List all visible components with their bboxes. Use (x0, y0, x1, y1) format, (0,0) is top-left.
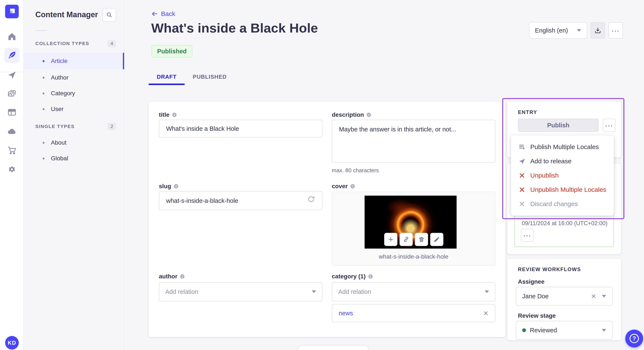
globe-icon (180, 274, 185, 279)
bullet-icon (42, 60, 44, 62)
home-icon (7, 32, 16, 41)
slug-regenerate-button[interactable] (307, 195, 315, 204)
chevron-down-icon (602, 329, 606, 332)
copy-link-button[interactable] (400, 233, 413, 246)
cart-icon (7, 146, 16, 155)
assignee-select[interactable]: Jane Doe ✕ (516, 287, 612, 306)
category-field-label: category (1) (332, 273, 373, 280)
title-input[interactable] (159, 120, 322, 138)
nav-content-manager[interactable] (4, 48, 20, 63)
description-textarea[interactable]: Maybe the answer is in this article, or … (332, 120, 495, 163)
images-icon (7, 89, 16, 98)
user-avatar[interactable]: KD (5, 336, 19, 350)
ellipsis-icon: ... (605, 120, 613, 130)
collection-types-count: 4 (108, 40, 116, 47)
nav-marketplace[interactable] (4, 143, 20, 158)
sidebar-item-category[interactable]: Category (24, 85, 124, 102)
chevron-down-icon (602, 295, 606, 298)
sidebar-item-global[interactable]: Global (24, 150, 124, 167)
collection-types-label: COLLECTION TYPES (35, 41, 89, 46)
nav-settings[interactable] (4, 162, 20, 177)
publish-row: Publish ... (518, 119, 616, 132)
sidebar-item-user[interactable]: User (24, 101, 124, 117)
menu-item-discard-changes[interactable]: Discard changes (511, 197, 614, 211)
sidebar-item-label: Author (51, 74, 68, 81)
assignee-select-controls: ✕ (591, 293, 606, 300)
version-tabs: DRAFT PUBLISHED (149, 70, 235, 83)
nav-content-type-builder[interactable] (4, 105, 20, 120)
sidebar-item-about[interactable]: About (24, 134, 124, 151)
menu-item-label: Discard changes (530, 200, 578, 207)
remove-relation-icon[interactable]: ✕ (483, 310, 488, 317)
assignee-label: Assignee (518, 278, 544, 285)
layout-icon (7, 108, 16, 117)
scheduled-info-box: 09/11/2024 at 16:00 (UTC+02:00) ... (514, 210, 614, 247)
export-button[interactable] (590, 22, 605, 38)
category-relation-select[interactable]: Add relation (332, 282, 495, 301)
floating-toolbar-pill[interactable] (298, 346, 368, 350)
add-asset-button[interactable] (384, 233, 398, 246)
delete-asset-button[interactable] (415, 233, 428, 246)
icon-rail: KD (0, 0, 24, 350)
locale-select[interactable]: English (en) (529, 22, 587, 39)
app-screen: KD Content Manager COLLECTION TYPES 4 Ar… (0, 0, 644, 350)
author-field-label: author (159, 273, 185, 280)
relation-link-news[interactable]: news (338, 310, 353, 317)
title-label-text: title (159, 111, 170, 118)
link-icon (403, 236, 409, 243)
subnav-divider (35, 30, 46, 31)
back-link[interactable]: Back (152, 10, 175, 17)
cover-label-text: cover (332, 183, 348, 190)
sidebar-item-label: Article (51, 58, 68, 64)
entry-more-button[interactable]: ... (603, 119, 616, 132)
menu-item-add-to-release[interactable]: Add to release (511, 154, 614, 168)
help-button[interactable]: ? (625, 330, 643, 348)
review-stage-select[interactable]: Reviewed (516, 321, 612, 340)
bullet-icon (42, 77, 44, 79)
cross-icon (518, 200, 526, 207)
gear-icon (7, 165, 16, 174)
author-label-text: author (159, 273, 178, 280)
nav-deploy[interactable] (4, 124, 20, 139)
header-more-button[interactable]: ... (608, 22, 623, 38)
search-button[interactable] (102, 8, 116, 22)
slug-field-label: slug (159, 183, 179, 190)
active-tab-underline (149, 84, 185, 85)
author-relation-select[interactable]: Add relation (159, 282, 322, 301)
menu-item-unpublish[interactable]: Unpublish (511, 168, 614, 182)
single-types-count: 2 (108, 123, 116, 130)
strapi-logo-icon (8, 7, 16, 16)
tab-draft[interactable]: DRAFT (149, 70, 185, 83)
collection-types-header: COLLECTION TYPES 4 (35, 40, 116, 47)
tab-published[interactable]: PUBLISHED (185, 70, 235, 83)
subnav: Content Manager COLLECTION TYPES 4 Artic… (24, 0, 124, 350)
category-relation-item: news ✕ (332, 304, 495, 322)
clear-assignee-icon[interactable]: ✕ (591, 293, 596, 300)
list-plus-icon (518, 143, 526, 151)
scheduled-more-button[interactable]: ... (521, 229, 534, 242)
edit-asset-button[interactable] (430, 233, 444, 246)
trash-icon (418, 236, 425, 243)
nav-releases[interactable] (4, 67, 20, 82)
publish-button[interactable]: Publish (518, 119, 599, 132)
paper-plane-icon (518, 158, 526, 165)
menu-item-publish-multiple-locales[interactable]: Publish Multiple Locales (511, 140, 614, 154)
author-placeholder: Add relation (165, 288, 198, 295)
description-field-label: description (332, 111, 372, 118)
strapi-logo[interactable] (5, 5, 19, 18)
nav-media-library[interactable] (4, 86, 20, 101)
page-title: What's inside a Black Hole (151, 20, 318, 35)
cloud-icon (7, 127, 16, 136)
ellipsis-icon: ... (612, 25, 620, 35)
single-types-label: SINGLE TYPES (35, 124, 74, 129)
nav-home[interactable] (4, 29, 20, 44)
menu-item-unpublish-multiple-locales[interactable]: Unpublish Multiple Locales (511, 182, 614, 197)
menu-item-label: Unpublish Multiple Locales (530, 186, 606, 193)
review-panel-title: REVIEW WORKFLOWS (518, 266, 581, 272)
slug-input[interactable] (159, 191, 322, 210)
sidebar-item-label: User (51, 106, 64, 113)
bullet-icon (42, 142, 44, 144)
sidebar-item-author[interactable]: Author (24, 69, 124, 86)
sidebar-item-article[interactable]: Article (24, 53, 124, 69)
refresh-icon (307, 195, 315, 203)
